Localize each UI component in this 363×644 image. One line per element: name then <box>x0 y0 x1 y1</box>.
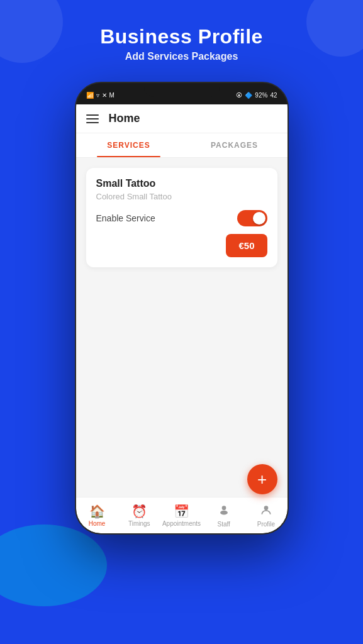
nav-label-home: Home <box>89 520 106 527</box>
time-display: 42 <box>270 92 277 99</box>
fab-plus-icon: + <box>257 470 267 489</box>
bottom-nav: 🏠 Home ⏰ Timings 📅 Appointments Staff <box>76 497 288 533</box>
appointments-icon: 📅 <box>174 504 189 519</box>
battery-level: 92% <box>255 92 267 99</box>
bg-decoration-wave <box>0 525 107 606</box>
staff-icon <box>218 504 230 519</box>
status-left: 📶 ▿ ✕ M <box>86 92 114 99</box>
signal-icon: 📶 <box>86 92 94 99</box>
svg-point-0 <box>221 506 226 510</box>
app-header: Home <box>76 104 288 133</box>
page-header: Business Profile Add Services Packages <box>0 25 363 62</box>
main-area: Small Tattoo Colored Small Tattoo Enable… <box>76 158 288 497</box>
price-button[interactable]: €50 <box>226 234 267 257</box>
status-right: ⦿ 🔷 92% 42 <box>236 92 277 99</box>
app-header-title: Home <box>109 112 140 125</box>
hotspot-icon: ⦿ <box>236 92 242 99</box>
service-description: Colored Small Tattoo <box>96 192 267 201</box>
timings-icon: ⏰ <box>131 504 147 519</box>
nav-label-timings: Timings <box>128 520 150 527</box>
mail-icon: M <box>109 92 114 99</box>
page-subtitle: Add Services Packages <box>0 51 363 62</box>
nav-label-staff: Staff <box>218 521 230 528</box>
nav-item-staff[interactable]: Staff <box>203 500 245 531</box>
app-content: Home SERVICES PACKAGES Small Tattoo Colo… <box>76 104 288 533</box>
hamburger-menu-button[interactable] <box>86 114 99 123</box>
toggle-knob <box>253 212 265 225</box>
wifi-icon: ▿ <box>96 92 99 99</box>
fab-add-button[interactable]: + <box>247 464 277 494</box>
nav-label-appointments: Appointments <box>162 520 201 527</box>
nav-item-home[interactable]: 🏠 Home <box>76 500 118 531</box>
enable-service-toggle[interactable] <box>237 210 267 226</box>
service-card: Small Tattoo Colored Small Tattoo Enable… <box>86 168 277 267</box>
home-icon: 🏠 <box>89 504 105 519</box>
svg-point-2 <box>264 506 269 510</box>
profile-icon <box>260 504 272 519</box>
nav-label-profile: Profile <box>257 521 275 528</box>
page-title: Business Profile <box>0 25 363 48</box>
price-row: €50 <box>96 234 267 257</box>
bluetooth-icon: 🔷 <box>245 92 252 99</box>
nav-item-profile[interactable]: Profile <box>245 500 287 531</box>
sim-icon: ✕ <box>102 92 107 99</box>
phone-frame: 📶 ▿ ✕ M ⦿ 🔷 92% 42 Home SERVICES PACKA <box>75 82 289 535</box>
svg-point-1 <box>220 510 228 514</box>
phone-notch <box>144 83 220 97</box>
enable-service-label: Enable Service <box>96 213 155 223</box>
service-toggle-row: Enable Service <box>96 210 267 226</box>
tabs-bar: SERVICES PACKAGES <box>76 133 288 158</box>
tab-packages[interactable]: PACKAGES <box>182 133 288 157</box>
nav-item-appointments[interactable]: 📅 Appointments <box>160 500 203 531</box>
nav-item-timings[interactable]: ⏰ Timings <box>118 500 160 531</box>
service-name: Small Tattoo <box>96 178 267 189</box>
tab-services[interactable]: SERVICES <box>76 133 182 157</box>
